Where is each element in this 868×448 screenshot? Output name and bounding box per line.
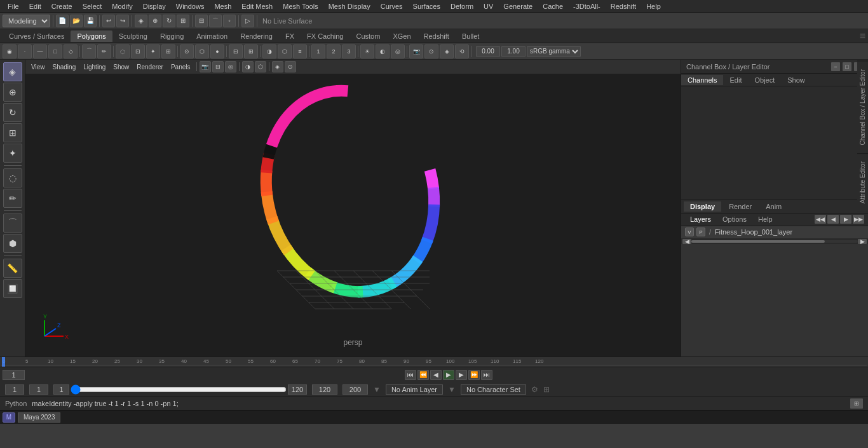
menu-deform[interactable]: Deform — [445, 1, 478, 11]
xray[interactable]: ⊙ — [180, 44, 194, 58]
menu-uv[interactable]: UV — [478, 1, 498, 11]
layer-vis-V[interactable]: V — [685, 227, 694, 236]
char-set-extra-icon[interactable]: ⊞ — [543, 385, 550, 394]
panel-pin-btn[interactable]: − — [831, 62, 840, 71]
layer-item-fitness[interactable]: V P / Fitness_Hoop_001_layer — [681, 226, 868, 239]
grid-vis[interactable]: ⊞ — [244, 44, 258, 58]
manip1[interactable]: ⟲ — [455, 44, 469, 58]
snap-btn[interactable]: 🔲 — [3, 279, 22, 298]
no-char-set-btn[interactable]: No Character Set — [461, 384, 526, 395]
current-frame-input[interactable] — [3, 370, 25, 380]
select-mode-uv[interactable]: ◇ — [64, 44, 78, 58]
range-start-input[interactable] — [312, 384, 337, 395]
last-frame-btn[interactable]: ⏭ — [481, 370, 492, 380]
measure-tool[interactable]: 📏 — [3, 259, 22, 278]
tab-fx-caching[interactable]: FX Caching — [301, 31, 349, 42]
menu-redshift[interactable]: Redshift — [606, 1, 641, 11]
menu-cache[interactable]: Cache — [538, 1, 568, 11]
layers-prev-btn[interactable]: ◀◀ — [815, 215, 826, 224]
select-mode-edge[interactable]: — — [33, 44, 47, 58]
anim-layer-dropdown[interactable]: ▼ — [448, 385, 456, 394]
inner-frame-input[interactable] — [53, 384, 69, 395]
scale-tool-btn[interactable]: ⊞ — [177, 15, 189, 27]
select-tool-btn[interactable]: ◈ — [135, 15, 147, 27]
snap-point-btn[interactable]: ◦ — [223, 15, 236, 27]
tab-animation[interactable]: Animation — [190, 31, 234, 42]
soft-select[interactable]: ◌ — [116, 44, 130, 58]
select-mode-vert[interactable]: · — [18, 44, 32, 58]
channel-tab-channels[interactable]: Channels — [681, 75, 723, 85]
vp-grid-icon[interactable]: ⊟ — [212, 61, 224, 72]
menu-mesh-display[interactable]: Mesh Display — [323, 1, 376, 11]
menu-mesh[interactable]: Mesh — [209, 1, 236, 11]
vp-view-menu[interactable]: View — [28, 63, 48, 71]
menu-help[interactable]: Help — [641, 1, 666, 11]
vp-lighting-menu[interactable]: Lighting — [80, 63, 109, 71]
camera-value2[interactable] — [501, 46, 526, 57]
display-tab-render[interactable]: Render — [722, 201, 758, 212]
prev-frame-btn[interactable]: ◀ — [430, 370, 442, 380]
render-btn[interactable]: ▷ — [241, 15, 254, 27]
scale-tool-left[interactable]: ⊞ — [3, 123, 22, 142]
vp-wire-icon[interactable]: ⬡ — [255, 61, 266, 72]
menu-edit[interactable]: Edit — [24, 1, 46, 11]
layers-scrollbar[interactable]: ◀ ▶ — [681, 239, 868, 244]
cam-near[interactable]: ◈ — [440, 44, 454, 58]
vp-focus-icon[interactable]: ⊙ — [285, 61, 296, 72]
scroll-left-btn[interactable]: ◀ — [682, 239, 691, 244]
scroll-track[interactable] — [691, 240, 858, 243]
layers-tab-help[interactable]: Help — [753, 214, 778, 224]
resolution1[interactable]: 1 — [311, 44, 325, 58]
open-btn[interactable]: 📂 — [70, 15, 83, 27]
select-mode-face[interactable]: □ — [48, 44, 62, 58]
light-btn[interactable]: ☀ — [360, 44, 374, 58]
tabs-expand-btn[interactable]: ≡ — [860, 31, 865, 42]
ao-btn[interactable]: ◎ — [391, 44, 405, 58]
move-tool-btn[interactable]: ⊕ — [149, 15, 161, 27]
tab-fx[interactable]: FX — [279, 31, 301, 42]
sym-sel[interactable]: ⊡ — [131, 44, 145, 58]
prev-key-btn[interactable]: ⏪ — [417, 370, 429, 380]
menu-select[interactable]: Select — [78, 1, 107, 11]
smooth[interactable]: ● — [210, 44, 224, 58]
cam-far[interactable]: ⊙ — [424, 44, 438, 58]
layers-tab-layers[interactable]: Layers — [685, 214, 716, 224]
vp-isolate-icon[interactable]: ◈ — [272, 61, 283, 72]
display-tab-display[interactable]: Display — [684, 201, 721, 212]
taskbar-main-btn[interactable]: Maya 2023 — [18, 412, 60, 423]
menu-3dtall[interactable]: -3DtoAll- — [568, 1, 606, 11]
layers-fwd-btn[interactable]: ▶ — [840, 215, 851, 224]
vp-shading-menu[interactable]: Shading — [50, 63, 79, 71]
menu-edit-mesh[interactable]: Edit Mesh — [236, 1, 278, 11]
shading-wireframe[interactable]: ⬡ — [278, 44, 292, 58]
menu-file[interactable]: File — [3, 1, 24, 11]
menu-generate[interactable]: Generate — [498, 1, 538, 11]
range-end-input[interactable] — [342, 384, 368, 395]
vp-renderer-menu[interactable]: Renderer — [133, 63, 166, 71]
scroll-right-btn[interactable]: ▶ — [858, 239, 867, 244]
tab-polygons[interactable]: Polygons — [71, 31, 112, 42]
gamma-select[interactable]: sRGB gamma — [527, 46, 581, 57]
tab-xgen[interactable]: XGen — [386, 31, 417, 42]
tab-curves-surfaces[interactable]: Curves / Surfaces — [3, 31, 71, 42]
menu-modify[interactable]: Modify — [107, 1, 137, 11]
resolution2[interactable]: 2 — [327, 44, 341, 58]
snap-curve-btn[interactable]: ⌒ — [209, 15, 222, 27]
max-frame-input[interactable] — [288, 384, 307, 395]
layers-back-btn[interactable]: ◀ — [827, 215, 839, 224]
new-scene-btn[interactable]: 📄 — [56, 15, 69, 27]
char-set-settings-icon[interactable]: ⚙ — [531, 385, 538, 394]
wireframe[interactable]: ⬡ — [195, 44, 209, 58]
undo-btn[interactable]: ↩ — [102, 15, 115, 27]
start-frame-input[interactable] — [5, 384, 24, 395]
vp-camera-icon[interactable]: 📷 — [200, 61, 211, 72]
layers-tab-options[interactable]: Options — [717, 214, 752, 224]
channel-box-side-label[interactable]: Channel Box / Layer Editor — [857, 61, 868, 153]
python-command[interactable]: makeIdentity -apply true -t 1 -r 1 -s 1 … — [32, 400, 845, 407]
iso-lines[interactable]: ≡ — [293, 44, 307, 58]
channel-tab-object[interactable]: Object — [748, 75, 781, 85]
menu-windows[interactable]: Windows — [171, 1, 210, 11]
universal-manip[interactable]: ✦ — [3, 144, 22, 163]
save-btn[interactable]: 💾 — [84, 15, 97, 27]
hoop-object[interactable] — [239, 74, 468, 328]
